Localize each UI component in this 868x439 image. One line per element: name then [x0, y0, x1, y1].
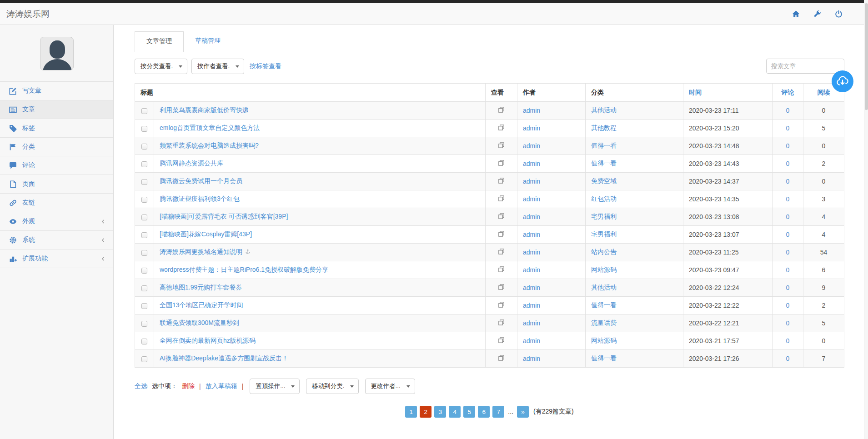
sidebar-item-comments[interactable]: 评论 — [0, 156, 113, 175]
view-article-icon[interactable] — [498, 248, 505, 255]
article-title-link[interactable]: AI换脸神器Deepfake遭遇多方围剿宣战反击！ — [160, 354, 288, 362]
row-checkbox[interactable] — [141, 197, 147, 203]
author-link[interactable]: admin — [523, 355, 540, 362]
article-title-link[interactable]: 高德地图1.99元购打车套餐券 — [160, 284, 242, 291]
filter-category-select[interactable]: 按分类查看. — [135, 59, 187, 74]
author-link[interactable]: admin — [523, 178, 540, 185]
category-link[interactable]: 站内公告 — [591, 248, 617, 255]
article-title-link[interactable]: [喵糖映画]花嫁Cosplay雷姆[43P] — [160, 230, 252, 238]
change-author-select[interactable]: 更改作者... — [365, 379, 415, 394]
avatar[interactable] — [40, 37, 74, 70]
article-title-link[interactable]: 频繁重装系统会对电脑造成损害吗? — [160, 142, 259, 149]
category-link[interactable]: 红包活动 — [591, 195, 617, 202]
comments-count-link[interactable]: 0 — [786, 337, 790, 344]
category-link[interactable]: 其他活动 — [591, 106, 617, 114]
comments-count-link[interactable]: 0 — [786, 266, 790, 274]
category-link[interactable]: 网站源码 — [591, 337, 617, 344]
view-article-icon[interactable] — [498, 160, 505, 166]
row-checkbox[interactable] — [141, 215, 147, 220]
view-article-icon[interactable] — [498, 213, 505, 220]
view-article-icon[interactable] — [498, 284, 505, 290]
category-link[interactable]: 宅男福利 — [591, 213, 617, 220]
row-checkbox[interactable] — [141, 108, 147, 114]
author-link[interactable]: admin — [523, 284, 540, 291]
delete-link[interactable]: 删除 — [182, 382, 195, 390]
page-button-6[interactable]: 6 — [478, 406, 490, 418]
author-link[interactable]: admin — [523, 249, 540, 256]
category-link[interactable]: 值得一看 — [591, 301, 617, 309]
article-title-link[interactable]: emlog首页置顶文章自定义颜色方法 — [160, 124, 260, 131]
article-title-link[interactable]: 涛涛娱乐网更换域名通知说明 — [160, 248, 242, 255]
tab-draft-manage[interactable]: 草稿管理 — [184, 31, 232, 52]
article-title-link[interactable]: 全网在倒卖的最新网页hz版机源码 — [160, 337, 256, 344]
page-button-7[interactable]: 7 — [492, 406, 504, 418]
author-link[interactable]: admin — [523, 266, 540, 274]
view-article-icon[interactable] — [498, 106, 505, 113]
comments-count-link[interactable]: 0 — [786, 249, 790, 256]
logout-button[interactable] — [835, 10, 843, 18]
category-link[interactable]: 宅男福利 — [591, 230, 617, 238]
column-header-comments[interactable]: 评论 — [773, 84, 803, 102]
view-article-icon[interactable] — [498, 142, 505, 149]
view-article-icon[interactable] — [498, 124, 505, 131]
sidebar-item-tags[interactable]: 标签 — [0, 119, 113, 138]
comments-count-link[interactable]: 0 — [786, 319, 790, 327]
page-button-5[interactable]: 5 — [463, 406, 475, 418]
sidebar-item-extensions[interactable]: 扩展功能 — [0, 249, 113, 268]
sidebar-item-write[interactable]: 写文章 — [0, 82, 113, 100]
article-title-link[interactable]: 腾讯微云免费试用一个月会员 — [160, 177, 242, 185]
article-title-link[interactable]: 腾讯微证褪疫福利领3个红包 — [160, 195, 240, 202]
cloud-download-button[interactable] — [832, 70, 853, 92]
row-checkbox[interactable] — [141, 250, 147, 256]
page-button-1[interactable]: 1 — [405, 406, 417, 418]
category-link[interactable]: 网站源码 — [591, 266, 617, 273]
row-checkbox[interactable] — [141, 232, 147, 238]
sidebar-item-links[interactable]: 友链 — [0, 194, 113, 212]
category-link[interactable]: 值得一看 — [591, 160, 617, 167]
sidebar-item-articles[interactable]: 文章 — [0, 100, 113, 119]
category-link[interactable]: 免费空域 — [591, 177, 617, 185]
move-category-select[interactable]: 移动到分类. — [306, 379, 358, 394]
author-link[interactable]: admin — [523, 213, 540, 220]
filter-author-select[interactable]: 按作者查看. — [191, 59, 244, 74]
view-article-icon[interactable] — [498, 354, 505, 361]
view-article-icon[interactable] — [498, 177, 505, 184]
author-link[interactable]: admin — [523, 319, 540, 327]
row-checkbox[interactable] — [141, 321, 147, 327]
filter-by-tag-link[interactable]: 按标签查看 — [250, 62, 281, 70]
comments-count-link[interactable]: 0 — [786, 178, 790, 185]
author-link[interactable]: admin — [523, 337, 540, 344]
comments-count-link[interactable]: 0 — [786, 284, 790, 291]
sidebar-item-pages[interactable]: 页面 — [0, 175, 113, 194]
tab-article-manage[interactable]: 文章管理 — [135, 31, 184, 52]
author-link[interactable]: admin — [523, 160, 540, 167]
page-button-4[interactable]: 4 — [449, 406, 461, 418]
row-checkbox[interactable] — [141, 285, 147, 291]
select-all-link[interactable]: 全选 — [135, 382, 147, 390]
row-checkbox[interactable] — [141, 161, 147, 167]
comments-count-link[interactable]: 0 — [786, 142, 790, 150]
category-link[interactable]: 流量话费 — [591, 319, 617, 326]
author-link[interactable]: admin — [523, 125, 540, 132]
row-checkbox[interactable] — [141, 144, 147, 150]
article-title-link[interactable]: [喵糖映画]可爱露背毛衣 可否诱惑到客官[39P] — [160, 213, 288, 220]
sidebar-item-appearance[interactable]: 外观 — [0, 212, 113, 231]
view-article-icon[interactable] — [498, 337, 505, 344]
comments-count-link[interactable]: 0 — [786, 125, 790, 132]
row-checkbox[interactable] — [141, 356, 147, 362]
comments-count-link[interactable]: 0 — [786, 302, 790, 309]
article-title-link[interactable]: wordpress付费主题：日主题RiPro6.1免授权破解版免费分享 — [160, 266, 328, 273]
page-button-3[interactable]: 3 — [434, 406, 446, 418]
pin-action-select[interactable]: 置顶操作... — [250, 379, 300, 394]
article-title-link[interactable]: 联通免费领取300M流量秒到 — [160, 319, 239, 326]
next-pages-button[interactable]: » — [517, 406, 529, 418]
sidebar-item-system[interactable]: 系统 — [0, 231, 113, 249]
scrollbar-thumb[interactable] — [865, 3, 868, 110]
comments-count-link[interactable]: 0 — [786, 355, 790, 362]
search-input[interactable] — [766, 59, 844, 74]
comments-count-link[interactable]: 0 — [786, 195, 790, 203]
comments-count-link[interactable]: 0 — [786, 213, 790, 220]
page-button-2[interactable]: 2 — [420, 406, 431, 418]
category-link[interactable]: 值得一看 — [591, 354, 617, 362]
author-link[interactable]: admin — [523, 302, 540, 309]
